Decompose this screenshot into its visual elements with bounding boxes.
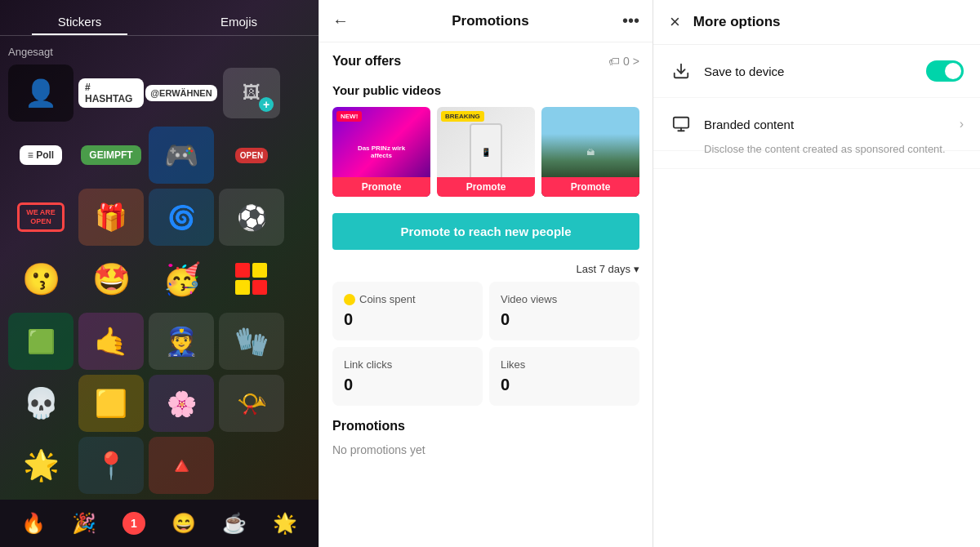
sticker-triangle[interactable]: 🔺 bbox=[149, 437, 214, 494]
filter-label: Last 7 days bbox=[577, 263, 631, 275]
stats-grid: Coins spent 0 Video views 0 Link clicks … bbox=[319, 282, 653, 419]
sticker-soccer-field[interactable]: 🟩 bbox=[8, 313, 74, 370]
promotions-header: ← Promotions ••• bbox=[319, 0, 653, 42]
sticker-add-image[interactable]: 🖼 + bbox=[219, 64, 284, 122]
sticker-row-3: WE ARE OPEN 🎁 🌀 ⚽ bbox=[8, 189, 310, 246]
stat-card-likes: Likes 0 bbox=[489, 347, 639, 406]
video-badge-1: NEW! bbox=[336, 111, 362, 122]
sticker-yellow-card[interactable]: 🟨 bbox=[78, 375, 144, 432]
sticker-whistle[interactable]: 📯 bbox=[219, 375, 284, 432]
bottom-number-icon[interactable]: 1 bbox=[122, 512, 145, 535]
sticker-open-outline[interactable]: WE ARE OPEN bbox=[8, 189, 74, 246]
stat-label-link-clicks: Link clicks bbox=[344, 358, 471, 371]
promotions-title: Promotions bbox=[359, 13, 622, 29]
sticker-skull[interactable]: 💀 bbox=[8, 375, 74, 432]
sticker-soccer-badge[interactable]: ⚽ bbox=[219, 189, 284, 246]
sticker-row-6: 💀 🟨 🌸 📯 bbox=[8, 375, 310, 432]
sticker-hashtag[interactable]: # HASHTAG bbox=[78, 64, 144, 122]
sticker-checkered[interactable] bbox=[219, 251, 284, 308]
branded-content-description: Disclose the content created as sponsore… bbox=[653, 143, 980, 168]
branded-content-section: Branded content › Disclose the content c… bbox=[653, 98, 980, 169]
stat-value-link-clicks: 0 bbox=[344, 376, 471, 394]
branded-content-icon bbox=[670, 113, 693, 136]
videos-row: Das PRINz wirkaffects NEW! Promote 📱 BRE… bbox=[332, 107, 639, 197]
more-options-button[interactable]: ••• bbox=[622, 11, 639, 30]
sticker-flower-chicken[interactable]: 🌸 bbox=[149, 375, 214, 432]
sticker-referee[interactable]: 👮 bbox=[149, 313, 214, 370]
more-options-header: × More options bbox=[653, 0, 980, 45]
filter-button[interactable]: Last 7 days ▾ bbox=[577, 263, 640, 275]
sticker-gift[interactable]: 🎁 bbox=[78, 189, 144, 246]
branded-content-label: Branded content bbox=[704, 118, 960, 131]
close-button[interactable]: × bbox=[670, 11, 680, 33]
promotions-section: Promotions No promotions yet bbox=[319, 419, 653, 456]
tab-stickers[interactable]: Stickers bbox=[0, 7, 159, 35]
video-badge-2: BREAKING bbox=[441, 111, 484, 122]
offers-row: Your offers 🏷 0 > bbox=[319, 42, 653, 80]
stat-label-likes: Likes bbox=[501, 358, 628, 371]
more-options-title: More options bbox=[693, 14, 781, 30]
sticker-emoji-party[interactable]: 🥳 bbox=[149, 251, 214, 308]
back-button[interactable]: ← bbox=[332, 11, 349, 30]
sticker-mention[interactable]: @ERWÄHNEN bbox=[149, 64, 214, 122]
sticker-game[interactable]: 🎮 bbox=[149, 127, 214, 184]
svg-rect-1 bbox=[674, 118, 688, 128]
promotions-heading: Promotions bbox=[332, 419, 639, 434]
tab-emojis[interactable]: Emojis bbox=[159, 7, 318, 35]
sticker-finger-heart[interactable]: 🤙 bbox=[78, 313, 144, 370]
sticker-geimpft[interactable]: GEIMPFT bbox=[78, 127, 144, 184]
promote-label-3: Promote bbox=[541, 177, 639, 197]
stat-label-video-views: Video views bbox=[501, 293, 628, 305]
sticker-pin[interactable]: 📍 bbox=[78, 437, 144, 494]
toggle-knob bbox=[945, 63, 961, 79]
sticker-row-5: 🟩 🤙 👮 🧤 bbox=[8, 313, 310, 370]
coin-icon bbox=[344, 294, 355, 305]
save-to-device-toggle[interactable] bbox=[926, 60, 964, 82]
videos-section: Your public videos Das PRINz wirkaffects… bbox=[319, 80, 653, 207]
stickers-grid: Angesagt 👤 # HASHTAG @ERWÄHNEN 🖼 + ≡ P bbox=[0, 36, 318, 501]
no-promotions-text: No promotions yet bbox=[332, 443, 639, 456]
offers-right[interactable]: 🏷 0 > bbox=[608, 55, 639, 68]
sticker-emoji-dizzy[interactable]: 😗 bbox=[8, 251, 74, 308]
stat-value-coins: 0 bbox=[344, 310, 471, 329]
video-thumb-2[interactable]: 📱 BREAKING Promote bbox=[437, 107, 535, 197]
sticker-profile[interactable]: 👤 bbox=[8, 64, 74, 122]
more-options-panel: × More options Save to device Bran bbox=[653, 0, 980, 547]
sticker-poll[interactable]: ≡ Poll bbox=[8, 127, 74, 184]
sticker-glove[interactable]: 🧤 bbox=[219, 313, 284, 370]
video-thumb-1[interactable]: Das PRINz wirkaffects NEW! Promote bbox=[332, 107, 430, 197]
promote-to-reach-button[interactable]: Promote to reach new people bbox=[332, 213, 639, 250]
save-to-device-label: Save to device bbox=[704, 64, 926, 78]
bottom-sun-icon[interactable]: 🌟 bbox=[273, 512, 297, 535]
offers-count: 0 bbox=[623, 55, 630, 68]
video-thumb-3[interactable]: 🏔 Promote bbox=[541, 107, 639, 197]
sticker-sun-emoji[interactable]: 🌟 bbox=[8, 437, 74, 494]
videos-label: Your public videos bbox=[332, 83, 639, 97]
stat-value-likes: 0 bbox=[501, 376, 628, 394]
bottom-sparkles-icon[interactable]: 🎉 bbox=[72, 512, 96, 535]
save-to-device-row: Save to device bbox=[653, 45, 980, 98]
bottom-smile-icon[interactable]: 😄 bbox=[172, 512, 196, 535]
offers-chevron: > bbox=[633, 55, 639, 68]
stats-filter: Last 7 days ▾ bbox=[319, 263, 653, 282]
stat-value-video-views: 0 bbox=[501, 310, 628, 329]
bottom-fire-icon[interactable]: 🔥 bbox=[21, 512, 46, 535]
save-to-device-icon bbox=[670, 60, 693, 82]
promote-label-2: Promote bbox=[437, 177, 535, 197]
promotions-panel: ← Promotions ••• Your offers 🏷 0 > Your … bbox=[318, 0, 653, 547]
stat-card-link-clicks: Link clicks 0 bbox=[332, 347, 483, 406]
sticker-open-red[interactable]: OPEN bbox=[219, 127, 284, 184]
sticker-neon[interactable]: 🌀 bbox=[149, 189, 214, 246]
bottom-bar: 🔥 🎉 1 😄 ☕ 🌟 bbox=[0, 500, 318, 547]
tabs-bar: Stickers Emojis bbox=[0, 0, 318, 36]
bottom-coffee-icon[interactable]: ☕ bbox=[222, 512, 247, 535]
section-angesagt: Angesagt bbox=[8, 42, 310, 64]
offers-label: Your offers bbox=[332, 54, 401, 69]
promote-label-1: Promote bbox=[332, 177, 430, 197]
filter-chevron: ▾ bbox=[634, 263, 639, 275]
stat-card-video-views: Video views 0 bbox=[489, 282, 639, 340]
sticker-row-2: ≡ Poll GEIMPFT 🎮 OPEN bbox=[8, 127, 310, 184]
stat-card-coins: Coins spent 0 bbox=[332, 282, 483, 340]
sticker-row-4: 😗 🤩 🥳 bbox=[8, 251, 310, 308]
sticker-emoji-starstruck[interactable]: 🤩 bbox=[78, 251, 144, 308]
